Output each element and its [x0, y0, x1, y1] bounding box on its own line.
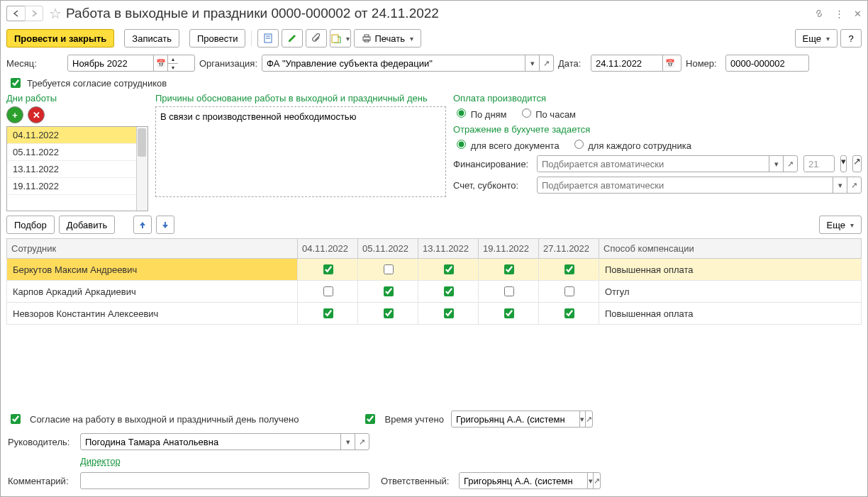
- number-input[interactable]: [725, 55, 809, 72]
- dropdown-icon[interactable]: ▾: [587, 473, 593, 488]
- dropdown-icon[interactable]: ▾: [769, 156, 783, 172]
- cell-check[interactable]: [298, 259, 358, 281]
- link-icon[interactable]: [813, 8, 825, 19]
- open-icon[interactable]: ↗: [355, 434, 369, 449]
- cell-check[interactable]: [298, 281, 358, 303]
- cell-check[interactable]: [418, 281, 479, 303]
- date-row[interactable]: 19.11.2022: [7, 178, 148, 195]
- table-row[interactable]: Невзоров Константин АлексеевичПовышенная…: [7, 303, 862, 325]
- month-up[interactable]: ▴: [168, 55, 178, 63]
- day-checkbox[interactable]: [444, 308, 454, 318]
- day-checkbox[interactable]: [504, 308, 514, 318]
- dropdown-icon[interactable]: ▾: [579, 411, 585, 427]
- day-checkbox[interactable]: [323, 286, 333, 296]
- cell-check[interactable]: [479, 259, 539, 281]
- radio-for-doc[interactable]: для всего документа: [453, 138, 560, 151]
- table-more-button[interactable]: Еще: [819, 216, 862, 234]
- open-icon[interactable]: ↗: [847, 177, 861, 193]
- radio-by-hours[interactable]: По часам: [518, 106, 576, 120]
- nav-forward-button[interactable]: [25, 6, 43, 21]
- star-icon[interactable]: ☆: [49, 5, 62, 22]
- cell-employee[interactable]: Карпов Аркадий Аркадиевич: [7, 281, 298, 303]
- dropdown-icon[interactable]: ▾: [833, 177, 847, 193]
- dropdown-icon[interactable]: ▾: [340, 434, 355, 449]
- remove-date-button[interactable]: ✕: [28, 106, 45, 123]
- cell-check[interactable]: [479, 303, 539, 325]
- reason-textarea[interactable]: В связи с производственной необходимость…: [155, 106, 446, 197]
- open-icon[interactable]: ↗: [539, 55, 553, 71]
- account-input[interactable]: ▾ ↗: [537, 177, 862, 194]
- day-checkbox[interactable]: [564, 308, 574, 318]
- resp-input[interactable]: ▾ ↗: [459, 472, 601, 489]
- help-button[interactable]: ?: [840, 29, 862, 48]
- create-from-button[interactable]: [330, 29, 351, 48]
- cell-employee[interactable]: Невзоров Константин Алексеевич: [7, 303, 298, 325]
- print-button[interactable]: Печать: [354, 29, 421, 48]
- financing-input[interactable]: ▾ ↗: [537, 155, 798, 172]
- employee-grid[interactable]: Сотрудник 04.11.2022 05.11.2022 13.11.20…: [6, 238, 862, 325]
- open-icon[interactable]: ↗: [852, 155, 862, 172]
- day-checkbox[interactable]: [384, 308, 394, 318]
- post-and-close-button[interactable]: Провести и закрыть: [6, 29, 114, 48]
- date-row[interactable]: 05.11.2022: [7, 144, 148, 161]
- cell-check[interactable]: [358, 303, 418, 325]
- cell-check[interactable]: [539, 281, 599, 303]
- table-row[interactable]: Карпов Аркадий АркадиевичОтгул: [7, 281, 862, 303]
- table-row[interactable]: Беркутов Максим АндреевичПовышенная опла…: [7, 259, 862, 281]
- cell-comp[interactable]: Повышенная оплата: [599, 303, 862, 325]
- org-input[interactable]: ▾ ↗: [262, 55, 554, 72]
- code-input[interactable]: [803, 155, 835, 172]
- day-checkbox[interactable]: [384, 264, 394, 274]
- day-checkbox[interactable]: [504, 286, 514, 296]
- attach-icon-button[interactable]: [306, 29, 327, 48]
- day-checkbox[interactable]: [323, 308, 333, 318]
- date-input[interactable]: 📅: [591, 55, 681, 72]
- cell-check[interactable]: [479, 281, 539, 303]
- edit-icon-button[interactable]: [282, 29, 303, 48]
- cell-check[interactable]: [539, 303, 599, 325]
- dropdown-icon[interactable]: ▾: [840, 155, 847, 172]
- col-date[interactable]: 13.11.2022: [418, 239, 479, 259]
- add-row-button[interactable]: Добавить: [59, 216, 115, 234]
- cell-check[interactable]: [418, 259, 479, 281]
- comment-input[interactable]: [80, 472, 369, 489]
- col-employee[interactable]: Сотрудник: [7, 239, 298, 259]
- head-input[interactable]: ▾ ↗: [80, 433, 369, 450]
- month-input[interactable]: 📅 ▴ ▾: [67, 55, 195, 72]
- nav-back-button[interactable]: [6, 6, 25, 21]
- day-checkbox[interactable]: [564, 286, 574, 296]
- consent-received-checkbox[interactable]: [11, 414, 21, 424]
- move-up-button[interactable]: [133, 216, 152, 234]
- day-checkbox[interactable]: [444, 286, 454, 296]
- cell-check[interactable]: [358, 281, 418, 303]
- time-counted-checkbox[interactable]: [365, 414, 375, 424]
- cell-check[interactable]: [358, 259, 418, 281]
- radio-by-days[interactable]: По дням: [453, 106, 507, 120]
- time-user-input[interactable]: ▾ ↗: [451, 411, 593, 428]
- cell-check[interactable]: [539, 259, 599, 281]
- open-icon[interactable]: ↗: [783, 156, 797, 172]
- cell-check[interactable]: [418, 303, 479, 325]
- consent-required-checkbox[interactable]: [11, 78, 21, 88]
- close-icon[interactable]: ✕: [854, 9, 862, 19]
- day-checkbox[interactable]: [323, 264, 333, 274]
- col-date[interactable]: 19.11.2022: [479, 239, 539, 259]
- cell-check[interactable]: [298, 303, 358, 325]
- col-date[interactable]: 27.11.2022: [539, 239, 599, 259]
- dropdown-icon[interactable]: ▾: [525, 55, 539, 71]
- calendar-icon[interactable]: 📅: [153, 55, 167, 71]
- day-checkbox[interactable]: [384, 286, 394, 296]
- day-checkbox[interactable]: [444, 264, 454, 274]
- date-row[interactable]: 04.11.2022: [7, 127, 148, 144]
- month-down[interactable]: ▾: [168, 63, 178, 71]
- open-icon[interactable]: ↗: [593, 473, 600, 488]
- cell-comp[interactable]: Отгул: [599, 281, 862, 303]
- day-checkbox[interactable]: [564, 264, 574, 274]
- kebab-icon[interactable]: ⋮: [835, 9, 844, 19]
- more-button[interactable]: Еще: [795, 29, 838, 48]
- radio-for-each[interactable]: для каждого сотрудника: [571, 138, 691, 151]
- report-icon-button[interactable]: [257, 29, 279, 48]
- cell-employee[interactable]: Беркутов Максим Андреевич: [7, 259, 298, 281]
- date-row[interactable]: 13.11.2022: [7, 161, 148, 178]
- col-date[interactable]: 04.11.2022: [298, 239, 358, 259]
